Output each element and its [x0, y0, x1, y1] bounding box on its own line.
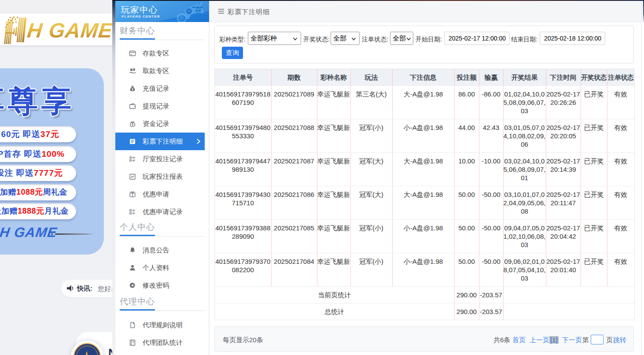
- svg-text:$: $: [132, 123, 133, 126]
- svg-text:$: $: [132, 88, 133, 91]
